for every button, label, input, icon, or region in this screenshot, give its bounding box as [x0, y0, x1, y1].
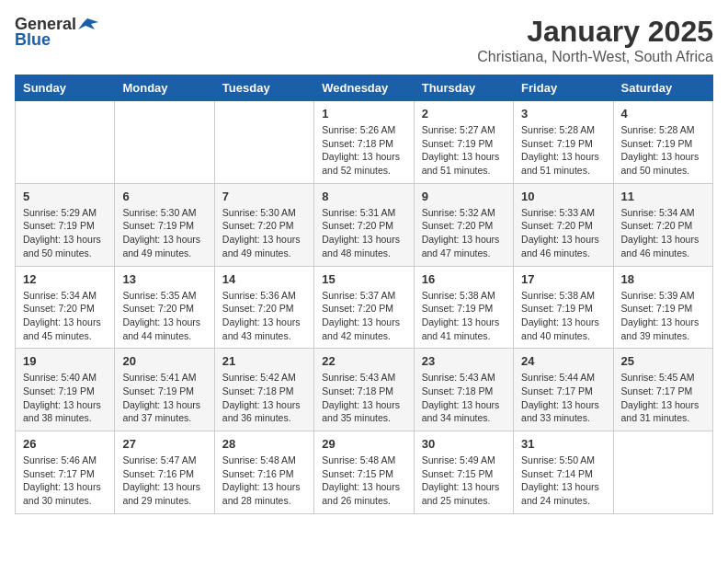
calendar-cell: 31Sunrise: 5:50 AM Sunset: 7:14 PM Dayli…	[514, 431, 613, 514]
day-detail: Sunrise: 5:50 AM Sunset: 7:14 PM Dayligh…	[521, 454, 605, 508]
header-saturday: Saturday	[613, 75, 712, 101]
calendar-week-4: 19Sunrise: 5:40 AM Sunset: 7:19 PM Dayli…	[16, 349, 713, 431]
day-number: 14	[222, 272, 306, 286]
calendar-cell: 2Sunrise: 5:27 AM Sunset: 7:19 PM Daylig…	[414, 101, 513, 184]
header-sunday: Sunday	[16, 75, 115, 101]
calendar-cell: 16Sunrise: 5:38 AM Sunset: 7:19 PM Dayli…	[414, 266, 513, 349]
page-title: January 2025	[477, 15, 713, 49]
day-detail: Sunrise: 5:48 AM Sunset: 7:16 PM Dayligh…	[222, 454, 306, 508]
day-detail: Sunrise: 5:33 AM Sunset: 7:20 PM Dayligh…	[521, 206, 605, 260]
day-number: 11	[621, 190, 705, 203]
day-detail: Sunrise: 5:40 AM Sunset: 7:19 PM Dayligh…	[23, 371, 107, 425]
page-subtitle: Christiana, North-West, South Africa	[477, 49, 713, 65]
day-number: 25	[621, 354, 705, 368]
day-number: 29	[322, 437, 405, 451]
day-detail: Sunrise: 5:39 AM Sunset: 7:19 PM Dayligh…	[621, 289, 705, 343]
calendar-week-2: 5Sunrise: 5:29 AM Sunset: 7:19 PM Daylig…	[16, 183, 713, 266]
calendar-cell: 7Sunrise: 5:30 AM Sunset: 7:20 PM Daylig…	[214, 183, 313, 266]
day-detail: Sunrise: 5:34 AM Sunset: 7:20 PM Dayligh…	[621, 206, 705, 260]
calendar-cell: 14Sunrise: 5:36 AM Sunset: 7:20 PM Dayli…	[214, 266, 313, 349]
day-number: 2	[422, 107, 506, 121]
calendar-cell: 1Sunrise: 5:26 AM Sunset: 7:18 PM Daylig…	[314, 101, 414, 184]
day-number: 17	[521, 272, 605, 286]
calendar-week-3: 12Sunrise: 5:34 AM Sunset: 7:20 PM Dayli…	[16, 266, 713, 349]
day-detail: Sunrise: 5:31 AM Sunset: 7:20 PM Dayligh…	[322, 206, 405, 260]
header-wednesday: Wednesday	[314, 75, 414, 101]
day-number: 26	[23, 437, 107, 451]
day-detail: Sunrise: 5:34 AM Sunset: 7:20 PM Dayligh…	[23, 289, 107, 343]
calendar-cell: 10Sunrise: 5:33 AM Sunset: 7:20 PM Dayli…	[514, 183, 613, 266]
calendar-cell: 17Sunrise: 5:38 AM Sunset: 7:19 PM Dayli…	[514, 266, 613, 349]
day-detail: Sunrise: 5:42 AM Sunset: 7:18 PM Dayligh…	[222, 371, 306, 425]
calendar-cell: 24Sunrise: 5:44 AM Sunset: 7:17 PM Dayli…	[514, 349, 613, 431]
title-block: January 2025 Christiana, North-West, Sou…	[477, 15, 713, 65]
calendar-cell: 18Sunrise: 5:39 AM Sunset: 7:19 PM Dayli…	[613, 266, 712, 349]
day-detail: Sunrise: 5:28 AM Sunset: 7:19 PM Dayligh…	[521, 123, 605, 178]
day-detail: Sunrise: 5:29 AM Sunset: 7:19 PM Dayligh…	[23, 206, 107, 260]
logo-blue-text: Blue	[15, 30, 51, 50]
calendar-cell: 23Sunrise: 5:43 AM Sunset: 7:18 PM Dayli…	[414, 349, 513, 431]
day-detail: Sunrise: 5:38 AM Sunset: 7:19 PM Dayligh…	[521, 289, 605, 343]
day-detail: Sunrise: 5:47 AM Sunset: 7:16 PM Dayligh…	[122, 454, 206, 508]
day-number: 30	[422, 437, 506, 451]
day-number: 3	[521, 107, 605, 121]
day-detail: Sunrise: 5:38 AM Sunset: 7:19 PM Dayligh…	[422, 289, 506, 343]
day-detail: Sunrise: 5:36 AM Sunset: 7:20 PM Dayligh…	[222, 289, 306, 343]
calendar-cell: 3Sunrise: 5:28 AM Sunset: 7:19 PM Daylig…	[514, 101, 613, 184]
calendar-cell	[16, 101, 115, 184]
calendar-cell: 19Sunrise: 5:40 AM Sunset: 7:19 PM Dayli…	[16, 349, 115, 431]
calendar-cell: 30Sunrise: 5:49 AM Sunset: 7:15 PM Dayli…	[414, 431, 513, 514]
header-friday: Friday	[514, 75, 613, 101]
calendar-cell: 27Sunrise: 5:47 AM Sunset: 7:16 PM Dayli…	[115, 431, 214, 514]
svg-marker-0	[78, 18, 98, 29]
day-detail: Sunrise: 5:37 AM Sunset: 7:20 PM Dayligh…	[322, 289, 405, 343]
day-number: 10	[521, 190, 605, 203]
logo-bird-icon	[78, 17, 98, 33]
calendar-cell: 4Sunrise: 5:28 AM Sunset: 7:19 PM Daylig…	[613, 101, 712, 184]
calendar-cell: 5Sunrise: 5:29 AM Sunset: 7:19 PM Daylig…	[16, 183, 115, 266]
day-detail: Sunrise: 5:44 AM Sunset: 7:17 PM Dayligh…	[521, 371, 605, 425]
day-number: 20	[122, 354, 206, 368]
calendar-table: Sunday Monday Tuesday Wednesday Thursday…	[15, 75, 713, 514]
calendar-cell: 8Sunrise: 5:31 AM Sunset: 7:20 PM Daylig…	[314, 183, 414, 266]
day-number: 12	[23, 272, 107, 286]
calendar-cell: 13Sunrise: 5:35 AM Sunset: 7:20 PM Dayli…	[115, 266, 214, 349]
calendar-week-1: 1Sunrise: 5:26 AM Sunset: 7:18 PM Daylig…	[16, 101, 713, 184]
calendar-cell: 26Sunrise: 5:46 AM Sunset: 7:17 PM Dayli…	[16, 431, 115, 514]
day-number: 5	[23, 190, 107, 203]
day-detail: Sunrise: 5:26 AM Sunset: 7:18 PM Dayligh…	[322, 123, 405, 178]
calendar-cell	[613, 431, 712, 514]
header-monday: Monday	[115, 75, 214, 101]
calendar-header-row: Sunday Monday Tuesday Wednesday Thursday…	[16, 75, 713, 101]
day-detail: Sunrise: 5:43 AM Sunset: 7:18 PM Dayligh…	[322, 371, 405, 425]
calendar-cell: 12Sunrise: 5:34 AM Sunset: 7:20 PM Dayli…	[16, 266, 115, 349]
day-detail: Sunrise: 5:41 AM Sunset: 7:19 PM Dayligh…	[122, 371, 206, 425]
day-detail: Sunrise: 5:45 AM Sunset: 7:17 PM Dayligh…	[621, 371, 705, 425]
day-number: 28	[222, 437, 306, 451]
logo: General Blue	[15, 15, 98, 50]
day-number: 1	[322, 107, 405, 121]
day-number: 18	[621, 272, 705, 286]
day-detail: Sunrise: 5:30 AM Sunset: 7:19 PM Dayligh…	[122, 206, 206, 260]
day-number: 4	[621, 107, 705, 121]
day-number: 7	[222, 190, 306, 203]
calendar-cell: 15Sunrise: 5:37 AM Sunset: 7:20 PM Dayli…	[314, 266, 414, 349]
day-number: 21	[222, 354, 306, 368]
day-number: 16	[422, 272, 506, 286]
day-detail: Sunrise: 5:27 AM Sunset: 7:19 PM Dayligh…	[422, 123, 506, 178]
calendar-cell: 6Sunrise: 5:30 AM Sunset: 7:19 PM Daylig…	[115, 183, 214, 266]
calendar-cell: 25Sunrise: 5:45 AM Sunset: 7:17 PM Dayli…	[613, 349, 712, 431]
day-number: 19	[23, 354, 107, 368]
day-detail: Sunrise: 5:43 AM Sunset: 7:18 PM Dayligh…	[422, 371, 506, 425]
day-number: 23	[422, 354, 506, 368]
day-detail: Sunrise: 5:30 AM Sunset: 7:20 PM Dayligh…	[222, 206, 306, 260]
calendar-cell: 11Sunrise: 5:34 AM Sunset: 7:20 PM Dayli…	[613, 183, 712, 266]
day-number: 6	[122, 190, 206, 203]
calendar-cell: 22Sunrise: 5:43 AM Sunset: 7:18 PM Dayli…	[314, 349, 414, 431]
calendar-cell: 9Sunrise: 5:32 AM Sunset: 7:20 PM Daylig…	[414, 183, 513, 266]
header-thursday: Thursday	[414, 75, 513, 101]
calendar-cell: 20Sunrise: 5:41 AM Sunset: 7:19 PM Dayli…	[115, 349, 214, 431]
day-number: 13	[122, 272, 206, 286]
day-detail: Sunrise: 5:35 AM Sunset: 7:20 PM Dayligh…	[122, 289, 206, 343]
page-header: General Blue January 2025 Christiana, No…	[15, 15, 713, 65]
